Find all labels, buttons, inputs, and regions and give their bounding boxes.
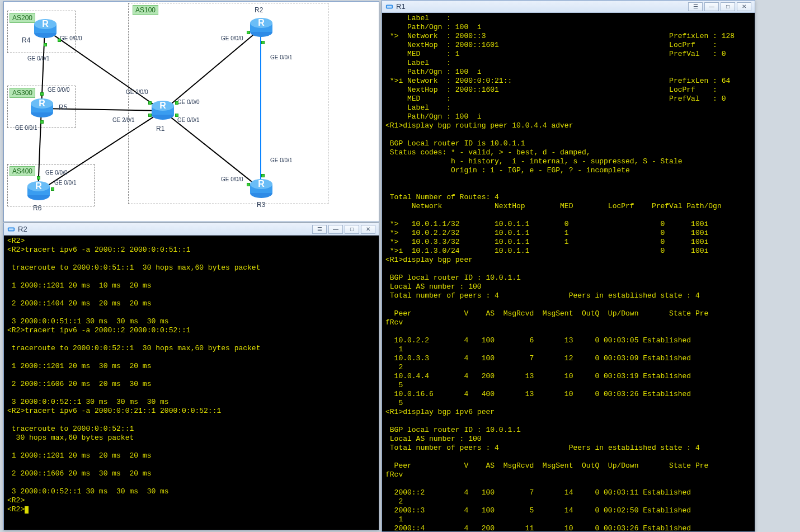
cursor <box>25 506 29 514</box>
if-r5-ge001: GE 0/0/1 <box>15 125 37 131</box>
router-r6-label: R6 <box>33 204 41 212</box>
port <box>40 92 44 96</box>
r1-terminal-text: Label : Path/Ogn : 100 i *> Network : 20… <box>385 14 735 531</box>
unknown-button[interactable]: ☰ <box>312 225 327 234</box>
if-r1-ge201: GE 2/0/1 <box>112 117 134 123</box>
if-r6-ge000: GE 0/0/0 <box>45 170 67 176</box>
r1-window: R1 ☰ — □ ✕ Label : Path/Ogn : 100 i *> N… <box>382 0 755 532</box>
if-r6-ge001: GE 0/0/1 <box>54 180 76 186</box>
if-r1-ge000: GE 0/0/0 <box>177 99 199 105</box>
if-r2-ge001: GE 0/0/1 <box>270 54 292 60</box>
router-r1-label: R1 <box>156 125 164 133</box>
port <box>40 120 44 124</box>
router-r3[interactable]: R <box>249 176 274 201</box>
unknown-button[interactable]: ☰ <box>688 2 703 11</box>
close-button[interactable]: ✕ <box>361 225 375 234</box>
port <box>247 31 250 34</box>
svg-text:R: R <box>258 18 265 27</box>
port <box>148 114 152 117</box>
topology-window: AS100 AS200 AS300 AS400 R R4 R R5 R R6 <box>3 1 379 222</box>
if-r3-ge001: GE 0/0/1 <box>270 157 292 163</box>
port <box>247 183 250 186</box>
link-r2-r3[interactable] <box>260 27 261 189</box>
svg-text:R: R <box>39 98 45 108</box>
close-button[interactable]: ✕ <box>737 2 751 11</box>
svg-rect-25 <box>9 228 14 230</box>
svg-text:R: R <box>258 179 265 189</box>
router-r4[interactable]: R <box>33 16 58 41</box>
r2-titlebar[interactable]: R2 ☰ — □ ✕ <box>4 223 379 236</box>
svg-rect-27 <box>387 6 392 8</box>
if-r3-ge000: GE 0/0/0 <box>221 176 243 182</box>
minimize-button[interactable]: — <box>328 225 343 234</box>
minimize-button[interactable]: — <box>704 2 719 11</box>
as100-label: AS100 <box>133 5 158 15</box>
r1-terminal[interactable]: Label : Path/Ogn : 100 i *> Network : 20… <box>382 13 755 531</box>
port <box>51 187 54 191</box>
maximize-button[interactable]: □ <box>345 225 359 234</box>
router-r3-label: R3 <box>257 201 265 209</box>
router-r1[interactable]: R <box>150 98 175 123</box>
router-r2-label: R2 <box>255 6 263 14</box>
router-r4-label: R4 <box>22 36 30 44</box>
if-r4-ge000: GE 0/0/0 <box>60 35 82 41</box>
port <box>261 41 265 44</box>
router-r6[interactable]: R <box>26 178 51 203</box>
port <box>37 176 40 180</box>
maximize-button[interactable]: □ <box>721 2 735 11</box>
r2-title: R2 <box>18 225 27 233</box>
if-r4-ge001: GE 0/0/1 <box>27 55 49 62</box>
port <box>58 39 61 42</box>
svg-text:R: R <box>35 181 42 191</box>
as200-label: AS200 <box>10 13 35 23</box>
router-r5[interactable]: R <box>30 96 54 120</box>
r2-terminal-text: <R2> <R2>tracert ipv6 -a 2000::2 2000:0:… <box>7 237 260 514</box>
r2-window: R2 ☰ — □ ✕ <R2> <R2>tracert ipv6 -a 2000… <box>3 223 379 530</box>
port <box>175 114 178 117</box>
port <box>148 101 152 105</box>
svg-text:R: R <box>42 19 49 29</box>
if-r1-ge200: GE 2/0/0 <box>126 89 148 95</box>
port <box>175 101 178 105</box>
r1-titlebar[interactable]: R1 ☰ — □ ✕ <box>382 1 755 13</box>
svg-text:R: R <box>159 101 166 110</box>
app-icon <box>385 3 393 11</box>
app-icon <box>7 225 15 233</box>
topology-canvas[interactable]: AS100 AS200 AS300 AS400 R R4 R R5 R R6 <box>4 2 379 222</box>
router-r2[interactable]: R <box>249 15 274 40</box>
if-r1-ge001: GE 0/0/1 <box>177 117 199 123</box>
port <box>44 43 47 46</box>
port <box>261 174 265 177</box>
r1-title: R1 <box>396 2 406 11</box>
if-r5-ge000-top: GE 0/0/0 <box>48 87 69 93</box>
router-r5-label: R5 <box>59 103 67 111</box>
r2-terminal[interactable]: <R2> <R2>tracert ipv6 -a 2000::2 2000:0:… <box>4 236 379 530</box>
as400-label: AS400 <box>10 166 35 176</box>
if-r2-ge000: GE 0/0/0 <box>221 35 243 41</box>
